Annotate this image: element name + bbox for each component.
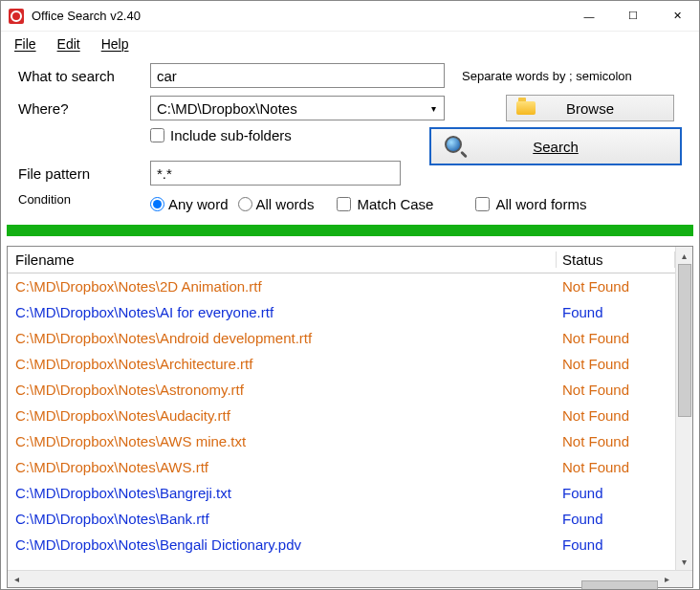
radio-all-words-input[interactable] <box>238 197 252 211</box>
window-title: Office Search v2.40 <box>32 9 567 23</box>
folder-icon <box>516 101 536 115</box>
result-row[interactable]: C:\MD\Dropbox\Notes\Bengali Dictionary.p… <box>8 532 675 557</box>
radio-any-word-input[interactable] <box>150 197 164 211</box>
vertical-scrollbar[interactable]: ▴ ▾ <box>675 247 692 570</box>
result-status: Found <box>557 304 675 320</box>
result-row[interactable]: C:\MD\Dropbox\Notes\Astronomy.rtfNot Fou… <box>8 377 675 403</box>
result-row[interactable]: C:\MD\Dropbox\Notes\AWS mine.txtNot Foun… <box>8 428 675 454</box>
result-status: Not Found <box>557 433 675 449</box>
separator-hint: Separate words by ; semicolon <box>462 69 632 83</box>
condition-label: Condition <box>18 190 150 207</box>
result-row[interactable]: C:\MD\Dropbox\Notes\AI for everyone.rtfF… <box>8 299 675 325</box>
result-filename: C:\MD\Dropbox\Notes\Android development.… <box>8 330 557 346</box>
where-dropdown-button[interactable]: ▾ <box>423 97 444 120</box>
menu-file[interactable]: File <box>14 36 36 52</box>
result-filename: C:\MD\Dropbox\Notes\2D Animation.rtf <box>8 278 557 295</box>
col-status[interactable]: Status <box>557 251 675 268</box>
horizontal-scrollbar[interactable]: ◂ ▸ <box>8 570 692 587</box>
result-row[interactable]: C:\MD\Dropbox\Notes\Audacity.rtfNot Foun… <box>8 403 675 428</box>
results-rows: C:\MD\Dropbox\Notes\2D Animation.rtfNot … <box>8 273 675 570</box>
result-filename: C:\MD\Dropbox\Notes\Bangreji.txt <box>8 485 557 501</box>
result-row[interactable]: C:\MD\Dropbox\Notes\2D Animation.rtfNot … <box>8 273 675 299</box>
hscroll-thumb[interactable] <box>581 580 658 591</box>
result-filename: C:\MD\Dropbox\Notes\Astronomy.rtf <box>8 382 557 398</box>
search-form: What to search Separate words by ; semic… <box>1 56 699 217</box>
all-forms-checkbox[interactable]: All word forms <box>475 196 586 212</box>
include-subfolders-input[interactable] <box>150 128 164 142</box>
result-row[interactable]: C:\MD\Dropbox\Notes\Bank.rtfFound <box>8 506 675 532</box>
result-filename: C:\MD\Dropbox\Notes\AI for everyone.rtf <box>8 304 557 320</box>
include-subfolders-label: Include sub-folders <box>170 127 292 143</box>
what-label: What to search <box>18 68 150 84</box>
titlebar: Office Search v2.40 — ☐ ✕ <box>1 1 699 32</box>
close-button[interactable]: ✕ <box>655 1 699 32</box>
include-subfolders-checkbox[interactable]: Include sub-folders <box>150 127 292 143</box>
where-label: Where? <box>18 100 150 117</box>
scroll-thumb[interactable] <box>678 264 691 417</box>
results-panel: Filename Status C:\MD\Dropbox\Notes\2D A… <box>7 246 693 588</box>
result-status: Not Found <box>557 278 675 295</box>
search-button[interactable]: Search <box>429 127 682 165</box>
magnifier-icon <box>445 136 466 157</box>
result-row[interactable]: C:\MD\Dropbox\Notes\Architecture.rtfNot … <box>8 351 675 377</box>
result-status: Found <box>557 511 675 527</box>
results-header: Filename Status <box>8 247 675 273</box>
scroll-up-icon[interactable]: ▴ <box>676 247 692 264</box>
progress-bar <box>7 225 693 236</box>
result-filename: C:\MD\Dropbox\Notes\Architecture.rtf <box>8 356 557 372</box>
all-forms-input[interactable] <box>475 197 490 211</box>
result-row[interactable]: C:\MD\Dropbox\Notes\Android development.… <box>8 325 675 351</box>
what-input[interactable] <box>150 63 445 88</box>
result-status: Found <box>557 536 675 553</box>
result-row[interactable]: C:\MD\Dropbox\Notes\AWS.rtfNot Found <box>8 454 675 480</box>
col-filename[interactable]: Filename <box>8 251 557 268</box>
menu-help[interactable]: Help <box>101 36 129 52</box>
match-case-input[interactable] <box>337 197 351 211</box>
where-input[interactable] <box>150 96 445 120</box>
search-label: Search <box>533 139 579 155</box>
result-filename: C:\MD\Dropbox\Notes\Audacity.rtf <box>8 407 557 424</box>
result-status: Not Found <box>557 330 675 346</box>
browse-label: Browse <box>566 100 614 117</box>
menubar: File Edit Help <box>1 32 699 56</box>
result-filename: C:\MD\Dropbox\Notes\AWS.rtf <box>8 459 557 475</box>
pattern-input[interactable] <box>150 161 401 186</box>
maximize-button[interactable]: ☐ <box>611 1 655 32</box>
result-filename: C:\MD\Dropbox\Notes\Bank.rtf <box>8 511 557 527</box>
app-icon <box>9 9 24 24</box>
result-status: Not Found <box>557 459 675 475</box>
result-filename: C:\MD\Dropbox\Notes\AWS mine.txt <box>8 433 557 449</box>
scroll-right-icon[interactable]: ▸ <box>658 574 675 584</box>
menu-edit[interactable]: Edit <box>57 36 80 52</box>
scroll-down-icon[interactable]: ▾ <box>676 553 692 570</box>
result-row[interactable]: C:\MD\Dropbox\Notes\Bangreji.txtFound <box>8 480 675 506</box>
pattern-label: File pattern <box>18 165 150 182</box>
scroll-left-icon[interactable]: ◂ <box>8 574 25 584</box>
minimize-button[interactable]: — <box>567 1 611 32</box>
result-status: Not Found <box>557 382 675 398</box>
match-case-checkbox[interactable]: Match Case <box>337 196 433 212</box>
browse-button[interactable]: Browse <box>506 95 674 121</box>
result-status: Not Found <box>557 356 675 372</box>
radio-any-word[interactable]: Any word <box>150 196 229 212</box>
radio-all-words[interactable]: All words <box>238 196 315 212</box>
result-filename: C:\MD\Dropbox\Notes\Bengali Dictionary.p… <box>8 536 557 553</box>
result-status: Found <box>557 485 675 501</box>
result-status: Not Found <box>557 407 675 424</box>
